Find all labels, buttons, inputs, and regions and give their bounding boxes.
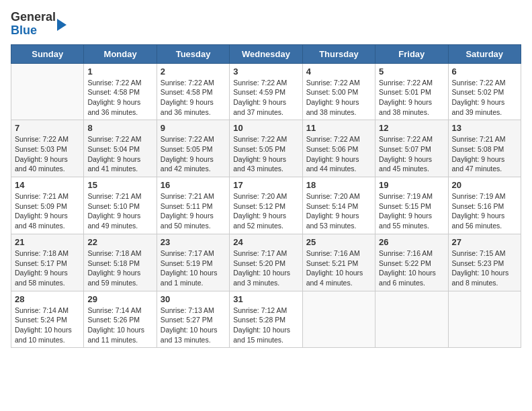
weekday-header-row: SundayMondayTuesdayWednesdayThursdayFrid… xyxy=(11,44,521,63)
calendar-cell: 3Sunrise: 7:22 AM Sunset: 4:59 PM Daylig… xyxy=(230,63,302,120)
day-info: Sunrise: 7:22 AM Sunset: 5:04 PM Dayligh… xyxy=(87,134,152,174)
day-number: 24 xyxy=(233,237,298,247)
logo-text: General Blue xyxy=(11,11,56,38)
day-number: 1 xyxy=(87,66,152,77)
calendar-cell: 10Sunrise: 7:22 AM Sunset: 5:05 PM Dayli… xyxy=(230,120,302,177)
day-info: Sunrise: 7:18 AM Sunset: 5:17 PM Dayligh… xyxy=(15,248,80,288)
day-info: Sunrise: 7:17 AM Sunset: 5:19 PM Dayligh… xyxy=(161,248,226,288)
calendar-cell: 13Sunrise: 7:21 AM Sunset: 5:08 PM Dayli… xyxy=(448,120,521,177)
day-info: Sunrise: 7:20 AM Sunset: 5:14 PM Dayligh… xyxy=(306,191,371,231)
day-info: Sunrise: 7:22 AM Sunset: 5:05 PM Dayligh… xyxy=(233,134,298,174)
day-number: 13 xyxy=(452,123,517,133)
day-info: Sunrise: 7:19 AM Sunset: 5:15 PM Dayligh… xyxy=(379,191,444,231)
day-info: Sunrise: 7:21 AM Sunset: 5:11 PM Dayligh… xyxy=(161,191,226,231)
calendar-cell: 23Sunrise: 7:17 AM Sunset: 5:19 PM Dayli… xyxy=(157,234,229,291)
calendar-cell: 27Sunrise: 7:15 AM Sunset: 5:23 PM Dayli… xyxy=(448,234,521,291)
calendar-cell: 19Sunrise: 7:19 AM Sunset: 5:15 PM Dayli… xyxy=(375,177,448,234)
calendar-cell: 24Sunrise: 7:17 AM Sunset: 5:20 PM Dayli… xyxy=(230,234,302,291)
day-number: 2 xyxy=(161,66,226,77)
calendar-cell: 26Sunrise: 7:16 AM Sunset: 5:22 PM Dayli… xyxy=(375,234,448,291)
day-number: 15 xyxy=(87,180,152,190)
day-info: Sunrise: 7:21 AM Sunset: 5:10 PM Dayligh… xyxy=(87,191,152,231)
calendar-cell: 21Sunrise: 7:18 AM Sunset: 5:17 PM Dayli… xyxy=(11,234,84,291)
day-number: 10 xyxy=(233,123,298,133)
day-number: 7 xyxy=(15,123,80,133)
day-number: 4 xyxy=(306,66,371,77)
day-number: 20 xyxy=(452,180,517,190)
day-number: 16 xyxy=(161,180,226,190)
day-info: Sunrise: 7:15 AM Sunset: 5:23 PM Dayligh… xyxy=(452,248,517,288)
day-number: 21 xyxy=(15,237,80,247)
day-info: Sunrise: 7:22 AM Sunset: 5:05 PM Dayligh… xyxy=(161,134,226,174)
logo-arrow-icon xyxy=(57,19,66,31)
calendar-cell: 17Sunrise: 7:20 AM Sunset: 5:12 PM Dayli… xyxy=(230,177,302,234)
day-info: Sunrise: 7:22 AM Sunset: 5:01 PM Dayligh… xyxy=(379,78,444,118)
day-number: 6 xyxy=(452,66,517,77)
calendar-cell: 7Sunrise: 7:22 AM Sunset: 5:03 PM Daylig… xyxy=(11,120,84,177)
logo-general: General xyxy=(11,10,56,24)
calendar-cell: 4Sunrise: 7:22 AM Sunset: 5:00 PM Daylig… xyxy=(302,63,375,120)
calendar-cell: 11Sunrise: 7:22 AM Sunset: 5:06 PM Dayli… xyxy=(302,120,375,177)
calendar-week-row: 21Sunrise: 7:18 AM Sunset: 5:17 PM Dayli… xyxy=(11,234,521,291)
weekday-header-tuesday: Tuesday xyxy=(157,44,229,63)
calendar-cell: 14Sunrise: 7:21 AM Sunset: 5:09 PM Dayli… xyxy=(11,177,84,234)
day-info: Sunrise: 7:20 AM Sunset: 5:12 PM Dayligh… xyxy=(233,191,298,231)
day-info: Sunrise: 7:16 AM Sunset: 5:22 PM Dayligh… xyxy=(379,248,444,288)
calendar-cell: 25Sunrise: 7:16 AM Sunset: 5:21 PM Dayli… xyxy=(302,234,375,291)
weekday-header-wednesday: Wednesday xyxy=(230,44,302,63)
calendar-cell: 8Sunrise: 7:22 AM Sunset: 5:04 PM Daylig… xyxy=(84,120,157,177)
day-info: Sunrise: 7:22 AM Sunset: 4:59 PM Dayligh… xyxy=(233,78,298,118)
logo-blue: Blue xyxy=(11,24,37,37)
day-number: 25 xyxy=(306,237,371,247)
calendar-week-row: 14Sunrise: 7:21 AM Sunset: 5:09 PM Dayli… xyxy=(11,177,521,234)
day-number: 30 xyxy=(161,294,226,304)
day-info: Sunrise: 7:22 AM Sunset: 4:58 PM Dayligh… xyxy=(161,78,226,118)
weekday-header-friday: Friday xyxy=(375,44,448,63)
day-info: Sunrise: 7:18 AM Sunset: 5:18 PM Dayligh… xyxy=(87,248,152,288)
day-info: Sunrise: 7:22 AM Sunset: 4:58 PM Dayligh… xyxy=(87,78,152,118)
day-info: Sunrise: 7:21 AM Sunset: 5:08 PM Dayligh… xyxy=(452,134,517,174)
calendar-cell: 1Sunrise: 7:22 AM Sunset: 4:58 PM Daylig… xyxy=(84,63,157,120)
day-info: Sunrise: 7:22 AM Sunset: 5:03 PM Dayligh… xyxy=(15,134,80,174)
calendar-week-row: 28Sunrise: 7:14 AM Sunset: 5:24 PM Dayli… xyxy=(11,291,521,348)
day-info: Sunrise: 7:22 AM Sunset: 5:00 PM Dayligh… xyxy=(306,78,371,118)
day-info: Sunrise: 7:16 AM Sunset: 5:21 PM Dayligh… xyxy=(306,248,371,288)
calendar-cell xyxy=(375,291,448,348)
day-info: Sunrise: 7:17 AM Sunset: 5:20 PM Dayligh… xyxy=(233,248,298,288)
day-info: Sunrise: 7:19 AM Sunset: 5:16 PM Dayligh… xyxy=(452,191,517,231)
calendar-cell xyxy=(448,291,521,348)
weekday-header-monday: Monday xyxy=(84,44,157,63)
calendar-cell: 6Sunrise: 7:22 AM Sunset: 5:02 PM Daylig… xyxy=(448,63,521,120)
calendar-cell: 9Sunrise: 7:22 AM Sunset: 5:05 PM Daylig… xyxy=(157,120,229,177)
calendar-cell: 28Sunrise: 7:14 AM Sunset: 5:24 PM Dayli… xyxy=(11,291,84,348)
calendar-table: SundayMondayTuesdayWednesdayThursdayFrid… xyxy=(11,44,521,349)
weekday-header-saturday: Saturday xyxy=(448,44,521,63)
day-number: 9 xyxy=(161,123,226,133)
calendar-cell: 12Sunrise: 7:22 AM Sunset: 5:07 PM Dayli… xyxy=(375,120,448,177)
day-number: 22 xyxy=(87,237,152,247)
calendar-cell: 22Sunrise: 7:18 AM Sunset: 5:18 PM Dayli… xyxy=(84,234,157,291)
day-number: 27 xyxy=(452,237,517,247)
day-info: Sunrise: 7:12 AM Sunset: 5:28 PM Dayligh… xyxy=(233,306,298,345)
calendar-week-row: 1Sunrise: 7:22 AM Sunset: 4:58 PM Daylig… xyxy=(11,63,521,120)
calendar-cell xyxy=(11,63,84,120)
logo: General Blue xyxy=(11,11,66,38)
calendar-cell: 30Sunrise: 7:13 AM Sunset: 5:27 PM Dayli… xyxy=(157,291,229,348)
calendar-week-row: 7Sunrise: 7:22 AM Sunset: 5:03 PM Daylig… xyxy=(11,120,521,177)
day-number: 3 xyxy=(233,66,298,77)
day-info: Sunrise: 7:21 AM Sunset: 5:09 PM Dayligh… xyxy=(15,191,80,231)
day-number: 31 xyxy=(233,294,298,304)
day-number: 23 xyxy=(161,237,226,247)
day-number: 17 xyxy=(233,180,298,190)
day-number: 29 xyxy=(87,294,152,304)
day-info: Sunrise: 7:22 AM Sunset: 5:06 PM Dayligh… xyxy=(306,134,371,174)
day-info: Sunrise: 7:22 AM Sunset: 5:07 PM Dayligh… xyxy=(379,134,444,174)
day-number: 8 xyxy=(87,123,152,133)
calendar-cell: 29Sunrise: 7:14 AM Sunset: 5:26 PM Dayli… xyxy=(84,291,157,348)
calendar-cell: 31Sunrise: 7:12 AM Sunset: 5:28 PM Dayli… xyxy=(230,291,302,348)
day-number: 12 xyxy=(379,123,444,133)
day-info: Sunrise: 7:22 AM Sunset: 5:02 PM Dayligh… xyxy=(452,78,517,118)
day-info: Sunrise: 7:14 AM Sunset: 5:24 PM Dayligh… xyxy=(15,306,80,345)
calendar-cell: 15Sunrise: 7:21 AM Sunset: 5:10 PM Dayli… xyxy=(84,177,157,234)
calendar-cell: 18Sunrise: 7:20 AM Sunset: 5:14 PM Dayli… xyxy=(302,177,375,234)
